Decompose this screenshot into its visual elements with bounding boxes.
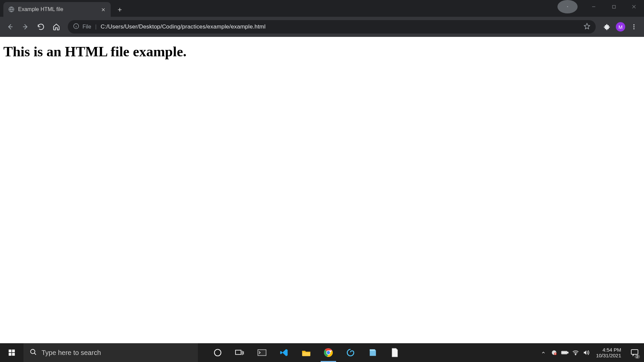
back-button[interactable]: [3, 20, 17, 34]
site-info-icon[interactable]: [73, 23, 79, 31]
browser-tab[interactable]: Example HTML file: [3, 2, 111, 17]
close-window-button[interactable]: [624, 0, 644, 13]
reload-button[interactable]: [34, 20, 48, 34]
task-vscode[interactable]: [273, 343, 295, 362]
task-document[interactable]: [384, 343, 406, 362]
task-terminal[interactable]: [251, 343, 273, 362]
svg-rect-13: [258, 350, 266, 356]
task-file-explorer[interactable]: [295, 343, 317, 362]
new-tab-button[interactable]: [114, 4, 125, 15]
start-button[interactable]: [0, 343, 23, 362]
close-tab-icon[interactable]: [101, 7, 106, 12]
svg-rect-1: [612, 5, 615, 8]
window-controls: [557, 0, 644, 13]
titlebar: Example HTML file: [0, 0, 644, 17]
browser-chrome: Example HTML file: [0, 0, 644, 37]
address-bar[interactable]: File | C:/Users/User/Desktop/Coding/prac…: [68, 20, 596, 34]
svg-rect-8: [9, 353, 11, 356]
action-center-badge: 2: [635, 355, 640, 359]
tray-security-icon[interactable]: [550, 349, 558, 356]
tray-wifi-icon[interactable]: [572, 349, 579, 356]
action-center-button[interactable]: 2: [627, 343, 642, 362]
svg-rect-6: [9, 350, 11, 352]
url-path: C:/Users/User/Desktop/Coding/practices/e…: [101, 23, 266, 30]
clock-time: 4:54 PM: [602, 347, 621, 353]
svg-rect-7: [12, 350, 15, 352]
globe-icon: [8, 6, 15, 13]
svg-point-3: [633, 24, 634, 25]
minimize-button[interactable]: [584, 0, 604, 13]
page-viewport: This is an HTML file example.: [0, 37, 644, 343]
system-tray: 4:54 PM 10/31/2021 2: [540, 343, 644, 362]
extensions-button[interactable]: [600, 20, 614, 34]
taskbar-search[interactable]: Type here to search: [23, 343, 198, 362]
task-chrome[interactable]: [317, 343, 339, 362]
account-indicator[interactable]: [557, 0, 578, 13]
svg-point-11: [214, 349, 221, 356]
tray-volume-icon[interactable]: [583, 349, 590, 356]
tray-icons: [540, 349, 590, 356]
tray-chevron-icon[interactable]: [540, 349, 547, 356]
svg-rect-12: [235, 350, 241, 355]
task-cortana[interactable]: [207, 343, 229, 362]
svg-rect-20: [562, 352, 567, 353]
toolbar: File | C:/Users/User/Desktop/Coding/prac…: [0, 17, 644, 37]
search-icon: [30, 348, 37, 357]
svg-point-4: [633, 26, 634, 27]
tab-title: Example HTML file: [18, 6, 98, 12]
tray-battery-icon[interactable]: [561, 349, 569, 356]
url-separator: |: [95, 24, 97, 30]
svg-point-15: [327, 351, 330, 354]
svg-point-10: [31, 349, 35, 354]
svg-rect-9: [12, 353, 15, 356]
avatar-initial: M: [619, 24, 623, 30]
url-scheme: File: [83, 24, 91, 30]
taskbar-pinned-apps: [207, 343, 406, 362]
home-button[interactable]: [50, 20, 63, 34]
svg-rect-19: [568, 352, 569, 353]
page-heading: This is an HTML file example.: [3, 44, 641, 60]
taskbar-search-placeholder: Type here to search: [42, 349, 101, 357]
clock-date: 10/31/2021: [596, 353, 621, 358]
svg-point-5: [633, 28, 634, 29]
profile-avatar[interactable]: M: [616, 22, 625, 32]
maximize-button[interactable]: [604, 0, 624, 13]
task-app-swirl[interactable]: [339, 343, 362, 362]
windows-taskbar: Type here to search: [0, 343, 644, 362]
svg-point-21: [575, 354, 576, 355]
taskbar-clock[interactable]: 4:54 PM 10/31/2021: [593, 347, 624, 359]
forward-button[interactable]: [19, 20, 32, 34]
bookmark-star-icon[interactable]: [584, 23, 590, 31]
chrome-menu-button[interactable]: [627, 20, 641, 34]
task-task-view[interactable]: [229, 343, 251, 362]
svg-rect-22: [631, 350, 638, 354]
task-notes[interactable]: [362, 343, 384, 362]
